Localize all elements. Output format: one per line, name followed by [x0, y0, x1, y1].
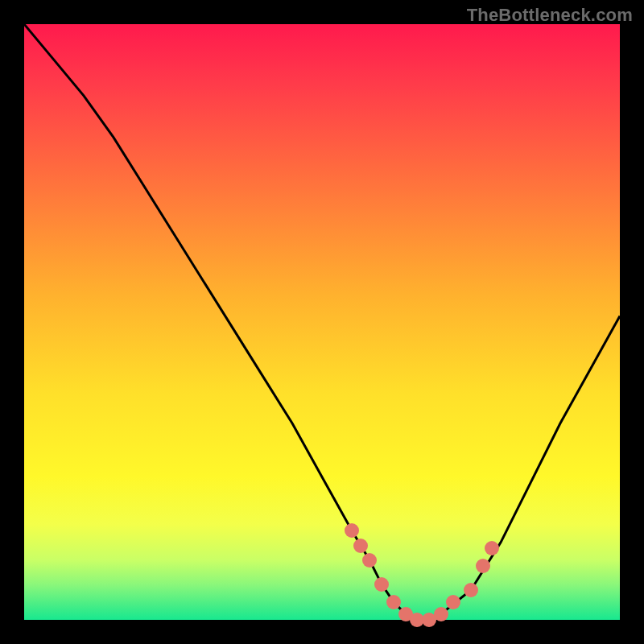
bottleneck-curve — [24, 24, 620, 620]
watermark-text: TheBottleneck.com — [467, 5, 633, 26]
chart-frame: TheBottleneck.com — [0, 0, 644, 644]
plot-area — [24, 24, 620, 620]
curve-svg — [24, 24, 620, 620]
